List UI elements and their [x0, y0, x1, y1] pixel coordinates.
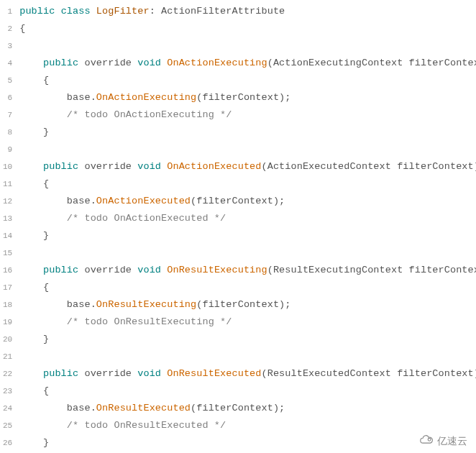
code-line[interactable]: public class LogFilter: ActionFilterAttr… [19, 3, 476, 20]
code-line[interactable]: public override void OnResultExecuted(Re… [19, 365, 476, 383]
line-number: 6 [3, 89, 12, 106]
token-text: base [19, 92, 90, 103]
code-line[interactable]: } [19, 124, 476, 141]
code-line[interactable]: public override void OnActionExecuting(A… [19, 55, 476, 72]
token-keyword: public [19, 6, 55, 17]
token-method: OnActionExecuted [96, 196, 191, 206]
line-number: 14 [3, 227, 12, 244]
token-punct: { [43, 282, 49, 293]
token-punct: { [43, 385, 49, 396]
code-line[interactable]: public override void OnResultExecuting(R… [19, 262, 476, 279]
token-text [19, 230, 43, 241]
line-number: 13 [3, 210, 12, 227]
code-line[interactable]: /* todo OnActionExecuting */ [19, 106, 476, 124]
token-text [19, 58, 43, 68]
line-number: 11 [3, 175, 12, 193]
code-line[interactable]: { [19, 175, 476, 193]
code-line[interactable]: } [19, 227, 476, 244]
svg-point-0 [428, 438, 431, 441]
token-text: base [19, 299, 90, 310]
code-line[interactable] [19, 348, 476, 365]
token-punct: ( [262, 368, 267, 379]
token-text [19, 420, 67, 431]
token-method: OnActionExecuted [167, 161, 261, 172]
line-number: 12 [3, 193, 12, 210]
token-text: ActionExecutedContext filterContext [267, 161, 474, 172]
line-number: 17 [3, 279, 12, 296]
code-area[interactable]: public class LogFilter: ActionFilterAttr… [17, 0, 476, 453]
token-punct: : [150, 6, 161, 17]
line-number: 18 [3, 296, 12, 314]
line-number: 23 [3, 383, 12, 400]
code-line[interactable] [19, 244, 476, 262]
code-line[interactable]: base.OnActionExecuting(filterContext); [19, 89, 476, 106]
code-line[interactable]: public override void OnActionExecuted(Ac… [19, 158, 476, 175]
token-keyword: void [137, 58, 161, 68]
token-text [19, 265, 43, 275]
code-line[interactable]: /* todo OnResultExecuted */ [19, 417, 476, 434]
token-punct: { [43, 178, 49, 189]
cloud-icon [418, 434, 434, 448]
token-text [19, 385, 43, 396]
line-number: 8 [3, 124, 12, 141]
code-line[interactable]: } [19, 434, 476, 452]
code-line[interactable]: } [19, 331, 476, 348]
token-punct: ); [279, 92, 290, 103]
token-keyword: public [43, 368, 78, 379]
token-keyword: public [43, 58, 78, 68]
code-line[interactable]: /* todo OnResultExecuting */ [19, 314, 476, 331]
line-number: 19 [3, 314, 12, 331]
token-keyword: public [43, 265, 78, 275]
token-text [91, 6, 96, 17]
token-text: override [78, 368, 137, 379]
token-punct: ( [267, 265, 273, 275]
line-number: 2 [3, 20, 12, 37]
code-line[interactable]: base.OnResultExecuted(filterContext); [19, 400, 476, 417]
token-punct: . [91, 92, 96, 103]
code-line[interactable]: { [19, 279, 476, 296]
token-text [19, 178, 43, 189]
line-number: 9 [3, 141, 12, 158]
code-line[interactable]: { [19, 383, 476, 400]
code-line[interactable]: base.OnActionExecuted(filterContext); [19, 193, 476, 210]
code-line[interactable]: { [19, 20, 476, 37]
token-text: ActionFilterAttribute [161, 6, 285, 17]
token-text: base [19, 196, 90, 206]
token-method: OnActionExecuting [167, 58, 267, 68]
token-comment: /* todo OnResultExecuting */ [67, 316, 232, 327]
line-number: 25 [3, 417, 12, 434]
line-number-gutter: 1234567891011121314151617181920212223242… [0, 0, 17, 453]
code-line[interactable]: /* todo OnActionExecuted */ [19, 210, 476, 227]
token-text: filterContext [202, 92, 279, 103]
token-text [55, 6, 60, 17]
line-number: 22 [3, 365, 12, 383]
code-line[interactable]: base.OnResultExecuting(filterContext); [19, 296, 476, 314]
token-text: filterContext [196, 196, 273, 206]
code-editor[interactable]: 1234567891011121314151617181920212223242… [0, 0, 476, 453]
token-text [19, 109, 67, 120]
token-punct: } [43, 127, 49, 137]
token-punct: . [91, 196, 96, 206]
token-comment: /* todo OnResultExecuted */ [67, 420, 226, 431]
token-method: OnResultExecuting [96, 299, 196, 310]
code-line[interactable] [19, 37, 476, 55]
token-keyword: class [61, 6, 91, 17]
token-text: ResultExecutingContext filterContext [273, 265, 476, 275]
line-number: 24 [3, 400, 12, 417]
token-keyword: void [137, 161, 161, 172]
token-comment: /* todo OnActionExecuted */ [67, 213, 226, 224]
token-punct: { [19, 23, 25, 34]
token-punct: } [43, 437, 49, 448]
token-punct: . [91, 403, 96, 413]
watermark-badge: 亿速云 [414, 432, 472, 450]
watermark-text: 亿速云 [437, 435, 467, 448]
token-text [19, 213, 67, 224]
token-method: OnResultExecuted [96, 403, 191, 413]
code-line[interactable] [19, 141, 476, 158]
token-punct: ); [279, 299, 290, 310]
token-text: filterContext [196, 403, 273, 413]
line-number: 4 [3, 55, 12, 72]
line-number: 15 [3, 244, 12, 262]
code-line[interactable]: { [19, 72, 476, 89]
token-type: LogFilter [96, 6, 150, 17]
